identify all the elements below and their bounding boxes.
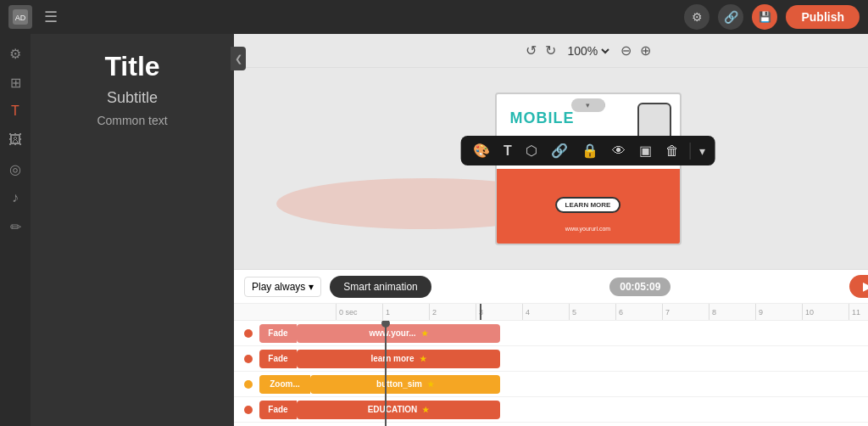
- redo-btn[interactable]: ↻: [545, 42, 556, 59]
- collapse-handle[interactable]: ▾: [571, 98, 605, 112]
- chevron-down-icon: ▾: [309, 281, 314, 293]
- track-2-dot: [244, 355, 253, 363]
- link-btn[interactable]: 🔗: [718, 4, 743, 30]
- sidebar-music[interactable]: ♪: [3, 185, 28, 210]
- playhead-timeline[interactable]: [385, 321, 387, 426]
- track-2-fade-left[interactable]: Fade: [259, 350, 297, 368]
- track-2-star: ★: [420, 355, 426, 363]
- ruler-mark-7: 7: [662, 304, 709, 320]
- track-3-label: button_sim: [376, 379, 422, 389]
- ft-color-icon[interactable]: 🎨: [470, 141, 492, 160]
- ruler-mark-2: 2: [429, 304, 476, 320]
- slide-preview[interactable]: ★ LOGO MOBILE LEARN MORE www.yoururl.com: [495, 92, 682, 245]
- ruler-mark-11: 11: [849, 304, 868, 320]
- track-3-main[interactable]: button_sim ★: [310, 375, 500, 394]
- undo-btn[interactable]: ↺: [526, 42, 537, 59]
- sidebar-circle[interactable]: ◎: [3, 156, 28, 182]
- main-layout: ⚙ ⊞ T 🖼 ◎ ♪ ✏ Title Subtitle Common text…: [0, 34, 868, 426]
- sidebar-image[interactable]: 🖼: [3, 127, 28, 153]
- app-logo: AD: [8, 5, 32, 29]
- ruler-mark-0: 0 sec: [336, 304, 382, 320]
- panel-subtitle: Subtitle: [107, 89, 158, 107]
- panel-body: Common text: [97, 114, 167, 127]
- svg-text:AD: AD: [15, 14, 26, 22]
- settings-btn[interactable]: ⚙: [684, 4, 709, 30]
- play-mode-label: Play always: [252, 281, 305, 293]
- timeline-tracks: Fade www.your... ★ Fade Fade learn: [234, 321, 868, 426]
- play-mode-select[interactable]: Play always ▾: [244, 277, 321, 297]
- topbar: AD ☰ ⚙ 🔗 💾 Publish: [0, 0, 868, 34]
- canvas[interactable]: ★ LOGO MOBILE LEARN MORE www.yoururl.com…: [234, 68, 868, 269]
- track-2: Fade learn more ★ Fade: [234, 346, 868, 372]
- ruler-mark-6: 6: [615, 304, 662, 320]
- track-1-label: www.your...: [369, 328, 415, 338]
- smart-animation-button[interactable]: Smart animation: [330, 276, 431, 298]
- track-3-star: ★: [427, 380, 434, 389]
- track-4-dot: [244, 406, 253, 414]
- timeline-ruler: 0 sec 1 2 3 4 5 6 7 8 9 10 11 12: [234, 304, 868, 321]
- track-4-main[interactable]: EDUCATION ★: [297, 401, 500, 419]
- ft-layer-icon[interactable]: ⬡: [523, 141, 540, 160]
- text-panel: Title Subtitle Common text: [31, 34, 234, 426]
- sidebar-settings[interactable]: ⚙: [3, 41, 28, 66]
- slide-learn-more-btn[interactable]: LEARN MORE: [555, 197, 621, 213]
- track-2-main[interactable]: learn more ★: [297, 350, 500, 368]
- track-1-dot: [244, 329, 253, 338]
- sidebar-grid[interactable]: ⊞: [3, 70, 28, 95]
- ruler-mark-10: 10: [802, 304, 849, 320]
- panel-toggle[interactable]: ❮: [231, 47, 246, 70]
- track-4-star: ★: [422, 406, 429, 414]
- track-1-star: ★: [421, 329, 428, 338]
- track-4-fade-left[interactable]: Fade: [259, 401, 297, 419]
- panel-title: Title: [104, 51, 159, 82]
- timeline-area: Play always ▾ Smart animation 00:05:09 ▶…: [234, 269, 868, 426]
- ruler-mark-1: 1: [382, 304, 429, 320]
- ruler-marks: 0 sec 1 2 3 4 5 6 7 8 9 10 11 12: [336, 304, 868, 320]
- ruler-mark-3: 3: [476, 304, 522, 320]
- play-icon: ▶: [863, 280, 868, 293]
- sidebar: ⚙ ⊞ T 🖼 ◎ ♪ ✏: [0, 34, 31, 426]
- sidebar-text[interactable]: T: [3, 98, 28, 124]
- track-1: Fade www.your... ★ Fade: [234, 321, 868, 346]
- ft-eye-icon[interactable]: 👁: [609, 142, 628, 160]
- ft-chevron-icon[interactable]: ▾: [699, 144, 705, 158]
- save-btn[interactable]: 💾: [752, 4, 777, 30]
- ft-lock-icon[interactable]: 🔒: [579, 141, 601, 160]
- zoom-select[interactable]: 100% 75% 125%: [565, 43, 612, 59]
- ft-text-icon[interactable]: T: [501, 142, 515, 160]
- track-3-dot: [244, 380, 253, 389]
- ruler-mark-4: 4: [522, 304, 569, 320]
- ruler-mark-8: 8: [709, 304, 755, 320]
- menu-icon[interactable]: ☰: [41, 4, 61, 30]
- track-3: Zoom... button_sim ★ Fade: [234, 372, 868, 397]
- track-1-main[interactable]: www.your... ★: [297, 324, 500, 343]
- time-display: 00:05:09: [609, 277, 670, 296]
- playhead-ruler[interactable]: [480, 304, 481, 320]
- track-1-fade-left[interactable]: Fade: [259, 324, 297, 343]
- slide-mobile-text: MOBILE: [510, 109, 575, 127]
- publish-button[interactable]: Publish: [786, 5, 860, 29]
- canvas-area: ↺ ↻ 100% 75% 125% ⊖ ⊕ # ★ LOGO MOBILE: [234, 34, 868, 426]
- track-4-label: EDUCATION: [368, 405, 418, 414]
- ft-link-icon[interactable]: 🔗: [548, 141, 570, 160]
- zoom-bar: ↺ ↻ 100% 75% 125% ⊖ ⊕ #: [234, 34, 868, 68]
- top-icons: ⚙ 🔗 💾 Publish: [684, 4, 860, 30]
- track-2-label: learn more: [370, 354, 414, 363]
- ruler-mark-5: 5: [569, 304, 615, 320]
- ft-divider: [690, 143, 691, 160]
- track-3-zoom[interactable]: Zoom...: [259, 375, 310, 394]
- zoom-in-btn[interactable]: ⊕: [640, 42, 651, 59]
- floating-toolbar: 🎨 T ⬡ 🔗 🔒 👁 ▣ 🗑 ▾: [460, 136, 715, 165]
- track-4: Fade EDUCATION ★ Fade: [234, 397, 868, 423]
- zoom-out-btn[interactable]: ⊖: [620, 42, 632, 59]
- slide-url: www.yoururl.com: [565, 226, 610, 232]
- sidebar-pen[interactable]: ✏: [3, 214, 28, 239]
- timeline-controls: Play always ▾ Smart animation 00:05:09 ▶…: [234, 270, 868, 304]
- ft-box-icon[interactable]: ▣: [637, 141, 654, 160]
- ruler-mark-9: 9: [755, 304, 802, 320]
- preview-button[interactable]: ▶ Preview: [849, 275, 868, 298]
- ft-delete-icon[interactable]: 🗑: [663, 142, 682, 160]
